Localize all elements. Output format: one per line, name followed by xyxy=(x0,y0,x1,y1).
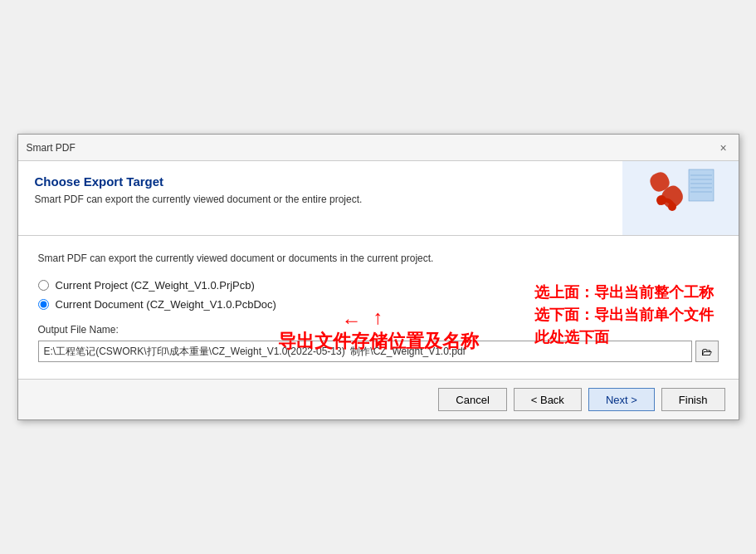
header-subtitle: Smart PDF can export the currently viewe… xyxy=(35,194,606,205)
window-title: Smart PDF xyxy=(27,142,76,154)
main-window: Smart PDF × Choose Export Target Smart P… xyxy=(17,134,739,420)
footer-spacer xyxy=(32,388,432,411)
header-section: Choose Export Target Smart PDF can expor… xyxy=(18,161,739,236)
annotation-line3: 此处选下面 xyxy=(534,326,714,349)
annotation-bottom: ↑ 导出文件存储位置及名称 xyxy=(278,306,479,354)
back-button[interactable]: < Back xyxy=(514,388,582,411)
svg-point-6 xyxy=(656,195,666,205)
title-bar: Smart PDF × xyxy=(18,135,739,161)
svg-rect-0 xyxy=(689,169,714,201)
cancel-button[interactable]: Cancel xyxy=(438,388,506,411)
close-button[interactable]: × xyxy=(717,141,730,154)
content-section: Smart PDF can export the currently viewe… xyxy=(18,236,739,379)
arrow-up-indicator: ↑ xyxy=(278,306,479,329)
radio-document[interactable] xyxy=(38,299,49,310)
radio-document-label: Current Document (CZ_Weight_V1.0.PcbDoc) xyxy=(56,298,276,311)
annotation-line1: 选上面：导出当前整个工称 xyxy=(534,282,714,304)
pdf-decorative-svg xyxy=(643,165,718,232)
header-image xyxy=(622,161,739,235)
finish-button[interactable]: Finish xyxy=(661,388,725,411)
svg-point-7 xyxy=(668,203,676,211)
header-title: Choose Export Target xyxy=(35,174,606,189)
annotation-bottom-text: 导出文件存储位置及名称 xyxy=(278,329,479,354)
radio-project-label: Current Project (CZ_Weight_V1.0.PrjPcb) xyxy=(56,279,255,292)
annotation-right: 选上面：导出当前整个工称 选下面：导出当前单个文件 此处选下面 xyxy=(534,282,714,349)
radio-project[interactable] xyxy=(38,280,49,291)
next-button[interactable]: Next > xyxy=(588,388,655,411)
header-text-area: Choose Export Target Smart PDF can expor… xyxy=(18,161,622,235)
annotation-line2: 选下面：导出当前单个文件 xyxy=(534,304,714,326)
footer-section: Cancel < Back Next > Finish xyxy=(18,379,739,419)
content-description: Smart PDF can export the currently viewe… xyxy=(38,252,719,264)
